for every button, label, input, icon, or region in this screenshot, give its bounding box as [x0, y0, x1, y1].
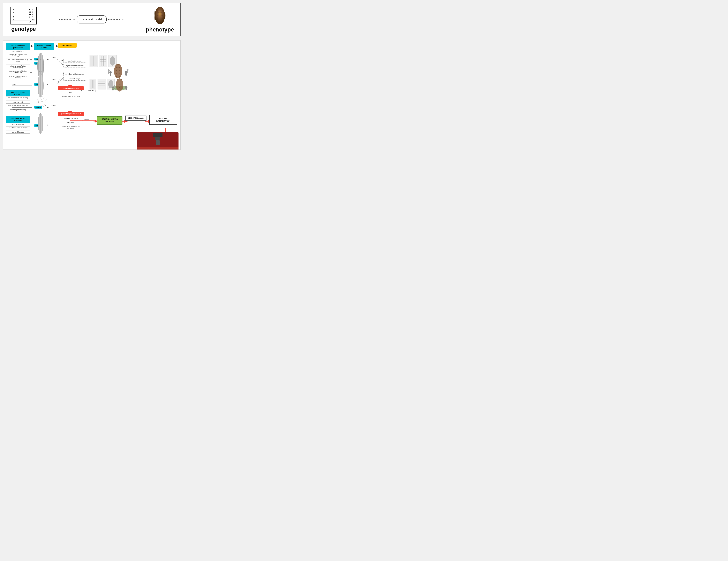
svg-text:input: input: [13, 83, 16, 85]
svg-rect-78: [92, 80, 93, 88]
svg-point-74: [127, 69, 129, 71]
fab-metrics-label: fabrication metrics: [63, 87, 78, 89]
svg-rect-97: [153, 133, 162, 137]
svg-rect-73: [108, 71, 109, 74]
svg-point-66: [110, 56, 115, 66]
param-entrance-type: angled or straight entrance (boolean): [6, 75, 30, 79]
svg-rect-100: [137, 147, 179, 150]
svg-text:output: output: [51, 78, 56, 80]
param-min-max-radius: min & max radius of inner cavity (mm): [6, 58, 30, 63]
genotype-to-model-arrow: → parametric model →: [40, 15, 144, 23]
param-build-space: The definition of the build space: [6, 126, 30, 129]
phenotype-label: phenotype: [146, 27, 174, 33]
mycelium-topology-output: mycelium habitat topology: [63, 72, 86, 76]
svg-rect-79: [98, 79, 106, 89]
svg-line-5: [57, 59, 63, 61]
main-container: 061.82 132 27 266.42 327 67 41 40 520 33…: [0, 0, 183, 152]
geom-def-curves-label: geometry definercurves: [37, 44, 51, 49]
metric-variables-output: metric variables (selected genomes): [58, 125, 84, 130]
mycelium-habitat-output: mycelium habitat volume: [63, 64, 86, 67]
flow-diagram: input input input input input output out…: [3, 40, 181, 150]
gcode-gen-label: GCODE GENERATION: [156, 117, 170, 122]
circle-pattern-1: [36, 96, 48, 108]
svg-rect-99: [156, 140, 160, 145]
gcode-generation-node[interactable]: GCODE GENERATION: [149, 115, 177, 125]
param-layer-height: layer height (mm): [6, 123, 30, 126]
leaf-shape-3: [36, 112, 45, 135]
wall-interior-definer-node[interactable]: wall interior definerparameters: [6, 90, 30, 97]
fab-metrics-section: fabrication metrics time material amount…: [58, 86, 84, 99]
svg-point-0: [155, 7, 165, 24]
genotype-side: 061.82 132 27 266.42 327 67 41 40 520 33…: [8, 7, 40, 32]
svg-rect-93: [126, 88, 127, 90]
svg-rect-75: [127, 71, 128, 73]
svg-marker-103: [157, 149, 163, 150]
selected-toolpath-node: SELECTED toolpath: [125, 115, 146, 121]
geometry-output: geometry: [58, 121, 84, 124]
svg-point-89: [116, 78, 123, 91]
param-polygon-pline: polygon pline division count (int): [6, 104, 30, 107]
svg-point-49: [41, 101, 43, 102]
svg-point-94: [114, 85, 115, 87]
svg-line-6: [57, 59, 63, 65]
param-offset-count: offset count (int): [6, 100, 30, 104]
svg-rect-95: [114, 87, 115, 88]
svg-marker-102: [152, 149, 157, 150]
param-texturising: texturising domain (mm): [6, 108, 30, 111]
param-bee-entrance-radius: min&max radius for bee entrance (mm): [6, 65, 30, 69]
param-speed-flow: speed, & flow rate: [6, 130, 30, 134]
genotype-table: 061.82 132 27 266.42 327 67 41 40 520 33: [10, 7, 37, 24]
hex-weaver-label: hex weaver: [62, 44, 72, 46]
geometry-definer-params-node[interactable]: geometry definerparameters: [6, 43, 30, 50]
wall-interior-label: wall interior definerparameters: [11, 91, 25, 95]
svg-point-92: [125, 86, 127, 88]
svg-text:optional: optional: [84, 118, 90, 120]
svg-marker-101: [146, 149, 152, 150]
wall-interior-param-list: min &max wall thickness (mm) offset coun…: [6, 96, 30, 111]
generate-options-label: generate options via IEA: [61, 113, 81, 115]
bee-habitat-output: bee habitat volume: [63, 59, 86, 63]
fabrication-related-params-node[interactable]: fabrication relatedparameters: [6, 116, 30, 123]
param-total-height: total height (mm): [6, 50, 30, 53]
geometry-definer-curves-node[interactable]: geometry definercurves: [34, 43, 54, 50]
svg-rect-53: [90, 56, 97, 66]
svg-line-10: [57, 78, 63, 84]
geom-param-list: total height (mm) base polygon segment c…: [6, 49, 30, 79]
decision-making-label: DECISION MAKING PROCESS: [102, 118, 118, 123]
hex-weaver-node[interactable]: hex weaver: [58, 43, 77, 48]
fabrication-photo: [137, 132, 179, 150]
phenotype-side: phenotype: [144, 6, 176, 33]
time-output: time: [58, 91, 84, 94]
svg-rect-69: [110, 73, 111, 76]
fab-param-list: layer height (mm) The definition of the …: [6, 122, 30, 134]
performance-criteria-output: performance criteria: [58, 117, 84, 120]
fab-related-label: fabrication relatedparameters: [11, 118, 25, 121]
material-cost-output: material amount and cost: [58, 95, 84, 98]
svg-rect-91: [112, 88, 114, 90]
svg-point-67: [114, 64, 122, 78]
svg-rect-98: [155, 137, 160, 140]
phenotype-object: [153, 6, 167, 25]
genotype-label: genotype: [11, 26, 36, 32]
svg-point-70: [125, 71, 127, 73]
leaf-shape-2: [36, 73, 45, 99]
selected-toolpath-label: SELECTED toolpath: [128, 117, 144, 119]
top-section: 061.82 132 27 266.42 327 67 41 40 520 33…: [3, 3, 181, 36]
svg-line-14: [82, 121, 98, 121]
svg-text:output: output: [51, 57, 56, 58]
habitat-images-group: [89, 54, 134, 94]
parametric-model-box: parametric model: [77, 15, 106, 23]
generate-options-section: generate options via IEA performance cri…: [58, 112, 84, 130]
parametric-model-label: parametric model: [82, 18, 102, 21]
svg-point-90: [112, 86, 114, 88]
svg-point-68: [109, 71, 112, 73]
svg-line-9: [57, 73, 63, 84]
svg-rect-57: [99, 55, 107, 67]
fab-metrics-node[interactable]: fabrication metrics: [58, 86, 84, 90]
decision-making-node[interactable]: DECISION MAKING PROCESS: [97, 116, 122, 125]
svg-point-72: [108, 69, 110, 71]
param-base-polygon: base polygon segment count (int): [6, 53, 30, 58]
generate-options-node[interactable]: generate options via IEA: [58, 112, 84, 116]
toolpath-length-output: toolpath length: [63, 77, 86, 81]
geom-def-params-label: geometry definerparameters: [11, 44, 25, 49]
